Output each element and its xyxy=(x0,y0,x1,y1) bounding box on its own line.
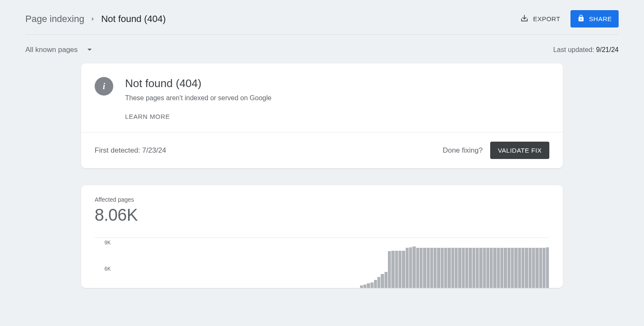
breadcrumb-current: Not found (404) xyxy=(101,14,166,25)
issue-title: Not found (404) xyxy=(125,77,271,90)
chart-bar xyxy=(490,248,493,288)
export-button[interactable]: EXPORT xyxy=(518,11,562,27)
chart-bars xyxy=(117,238,549,288)
chart-bar xyxy=(529,248,532,288)
chart-bar xyxy=(469,248,472,288)
y-tick-9k: 9K xyxy=(104,240,111,246)
chart-bar xyxy=(391,251,394,288)
chart-bar xyxy=(518,248,521,288)
chart-bar xyxy=(448,248,450,288)
export-label: EXPORT xyxy=(533,15,560,22)
chart-bar xyxy=(483,248,486,288)
chart-bar xyxy=(395,251,398,288)
chart-bar xyxy=(363,285,366,288)
last-updated-label: Last updated: xyxy=(553,46,596,53)
chart-bar xyxy=(472,248,475,288)
chart-bar xyxy=(500,248,503,288)
info-icon: i xyxy=(95,77,113,96)
chart-bar xyxy=(434,248,437,288)
chart-bar xyxy=(377,277,380,288)
chart-bar xyxy=(420,248,423,288)
chart-bar xyxy=(398,251,401,288)
breadcrumb-parent[interactable]: Page indexing xyxy=(25,14,84,25)
header-actions: EXPORT SHARE xyxy=(518,10,619,27)
page-header: Page indexing Not found (404) EXPORT SHA… xyxy=(25,0,619,35)
chart-bar xyxy=(371,282,374,288)
chart-bar xyxy=(479,248,482,288)
chevron-right-icon xyxy=(90,16,95,22)
chart-bar xyxy=(455,248,458,288)
filter-label: All known pages xyxy=(25,46,78,54)
first-detected: First detected: 7/23/24 xyxy=(95,146,166,155)
chart-bar xyxy=(546,247,549,288)
chart-bar xyxy=(525,248,528,288)
chart-bar xyxy=(388,251,391,288)
issue-subtitle: These pages aren't indexed or served on … xyxy=(125,94,271,102)
chart-bar xyxy=(535,248,538,288)
y-tick-6k: 6K xyxy=(104,266,111,272)
breadcrumb: Page indexing Not found (404) xyxy=(25,14,166,25)
dropdown-arrow-icon xyxy=(87,48,92,52)
validate-fix-button[interactable]: VALIDATE FIX xyxy=(490,142,549,159)
pages-filter-dropdown[interactable]: All known pages xyxy=(25,46,92,54)
chart-bar xyxy=(508,248,510,288)
chart-bar xyxy=(462,248,465,288)
chart-bar xyxy=(497,248,500,288)
chart-bar xyxy=(539,248,542,288)
affected-pages-card: Affected pages 8.06K 9K 6K xyxy=(81,185,563,288)
chart-bar xyxy=(532,248,535,288)
share-button[interactable]: SHARE xyxy=(570,10,619,27)
chart-bar xyxy=(476,248,479,288)
done-fixing-label: Done fixing? xyxy=(443,146,483,155)
lock-icon xyxy=(577,14,585,23)
chart-label: Affected pages xyxy=(95,196,549,203)
chart-bar xyxy=(409,247,412,288)
last-updated: Last updated: 9/21/24 xyxy=(553,46,619,54)
chart-bar xyxy=(543,248,546,288)
chart-bar xyxy=(511,248,514,288)
chart-bar xyxy=(521,248,524,288)
chart-area: 9K 6K xyxy=(95,237,549,288)
chart-bar xyxy=(427,248,430,288)
affected-pages-count: 8.06K xyxy=(95,205,549,225)
chart-bar xyxy=(430,248,433,288)
subheader: All known pages Last updated: 9/21/24 xyxy=(25,35,619,63)
chart-bar xyxy=(514,248,517,288)
chart-bar xyxy=(444,248,447,288)
chart-bar xyxy=(441,248,444,288)
chart-bar xyxy=(381,274,384,288)
chart-bar xyxy=(437,248,440,288)
chart-bar xyxy=(416,248,419,288)
chart-bar xyxy=(367,283,370,288)
chart-bar xyxy=(465,248,468,288)
chart-bar xyxy=(406,248,409,288)
chart-bar xyxy=(360,285,363,288)
chart-bar xyxy=(423,248,426,288)
chart-bar xyxy=(385,272,387,288)
chart-bar xyxy=(493,248,496,288)
learn-more-link[interactable]: LEARN MORE xyxy=(125,113,271,120)
chart-bar xyxy=(412,247,415,288)
chart-bar xyxy=(458,248,461,288)
share-label: SHARE xyxy=(589,15,612,22)
chart-bar xyxy=(451,248,454,288)
download-icon xyxy=(520,14,529,24)
chart-bar xyxy=(486,248,489,288)
last-updated-date: 9/21/24 xyxy=(596,46,619,53)
chart-bar xyxy=(504,248,507,288)
issue-card: i Not found (404) These pages aren't ind… xyxy=(81,63,563,168)
chart-bar xyxy=(402,251,405,288)
chart-bar xyxy=(374,280,377,288)
y-axis: 9K 6K xyxy=(95,238,114,288)
